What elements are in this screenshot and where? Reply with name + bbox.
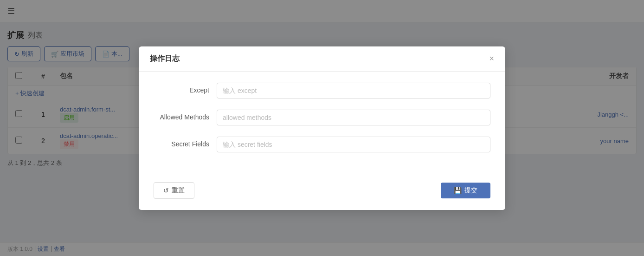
modal-body: Except Allowed Methods Secret Fields (139, 72, 505, 175)
form-row-secret-fields: Secret Fields (154, 137, 490, 152)
modal-title: 操作日志 (150, 54, 180, 64)
reset-button[interactable]: ↺ 重置 (154, 182, 194, 199)
secret-fields-input[interactable] (217, 137, 490, 152)
allowed-methods-input[interactable] (217, 110, 490, 125)
form-row-except: Except (154, 83, 490, 98)
form-row-allowed-methods: Allowed Methods (154, 110, 490, 125)
submit-icon: 💾 (454, 187, 462, 194)
reset-label: 重置 (172, 186, 185, 195)
modal-close-button[interactable]: × (489, 54, 494, 63)
modal-dialog: 操作日志 × Except Allowed Methods Secret Fie… (139, 46, 505, 210)
label-allowed-methods: Allowed Methods (154, 110, 209, 121)
label-except: Except (154, 83, 209, 94)
label-secret-fields: Secret Fields (154, 137, 209, 148)
submit-button[interactable]: 💾 提交 (441, 183, 490, 198)
except-input[interactable] (217, 83, 490, 98)
reset-icon: ↺ (163, 187, 169, 194)
submit-label: 提交 (464, 186, 477, 195)
modal-overlay: 操作日志 × Except Allowed Methods Secret Fie… (0, 0, 644, 256)
modal-footer: ↺ 重置 💾 提交 (139, 175, 505, 210)
modal-header: 操作日志 × (139, 46, 505, 72)
